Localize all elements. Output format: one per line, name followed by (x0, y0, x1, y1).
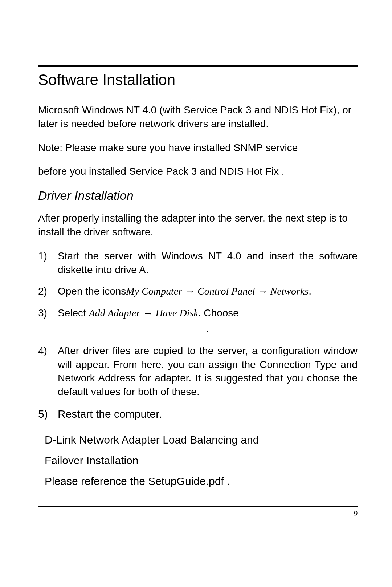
closing-line-1: D-Link Network Adapter Load Balancing an… (45, 429, 358, 450)
step-number: 2) (38, 284, 58, 298)
step-number: 5) (38, 407, 58, 422)
step-2-suffix: . (309, 286, 311, 297)
rule-top (38, 65, 358, 67)
closing-line-2: Failover Installation (45, 450, 358, 471)
intro-paragraph-2: Note: Please make sure you have installe… (38, 141, 358, 155)
step-number: 3) (38, 306, 58, 336)
rule-under-title (38, 94, 358, 94)
page-number: 9 (38, 509, 358, 518)
step-3-trailing-dot: . (58, 322, 358, 336)
step-3-path: Add Adapter → Have Disk (89, 307, 198, 319)
intro-paragraph-1: Microsoft Windows NT 4.0 (with Service P… (38, 103, 358, 131)
step-1: 1) Start the server with Windows NT 4.0 … (38, 249, 358, 277)
intro-paragraph-3: before you installed Service Pack 3 and … (38, 165, 358, 178)
step-text: Restart the computer. (58, 407, 358, 422)
step-text: Start the server with Windows NT 4.0 and… (58, 249, 358, 277)
step-5: 5) Restart the computer. (38, 407, 358, 422)
rule-footer (38, 506, 358, 507)
step-text: After driver files are copied to the ser… (58, 344, 358, 399)
document-page: Software Installation Microsoft Windows … (0, 0, 392, 518)
step-4: 4) After driver files are copied to the … (38, 344, 358, 399)
step-text: Open the iconsMy Computer → Control Pane… (58, 284, 358, 298)
step-number: 1) (38, 249, 58, 277)
closing-block: D-Link Network Adapter Load Balancing an… (45, 429, 358, 491)
step-2-prefix: Open the icons (58, 286, 126, 297)
closing-line-3: Please reference the SetupGuide.pdf . (45, 471, 358, 491)
driver-intro: After properly installing the adapter in… (38, 211, 358, 239)
step-number: 4) (38, 344, 58, 399)
step-2: 2) Open the iconsMy Computer → Control P… (38, 284, 358, 298)
steps-list: 1) Start the server with Windows NT 4.0 … (38, 249, 358, 422)
page-title: Software Installation (38, 70, 358, 90)
step-2-path: My Computer → Control Panel → Networks (126, 286, 309, 297)
step-text: Select Add Adapter → Have Disk. Choose . (58, 306, 358, 336)
step-3-prefix: Select (58, 307, 89, 319)
section-heading-driver-installation: Driver Installation (38, 189, 358, 203)
step-3-choose: . Choose (198, 307, 239, 319)
step-3: 3) Select Add Adapter → Have Disk. Choos… (38, 306, 358, 336)
